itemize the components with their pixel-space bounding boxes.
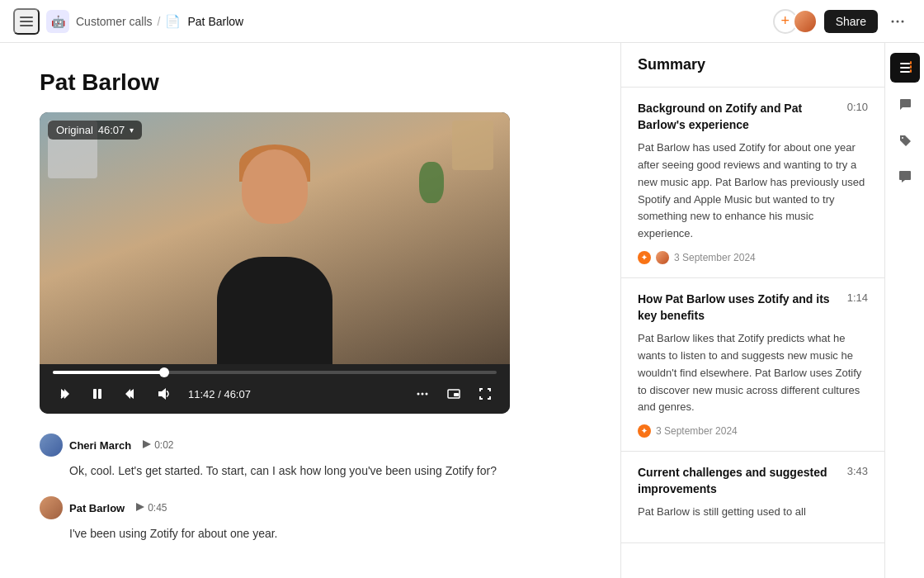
avatar-group: + [773, 9, 818, 34]
svg-rect-21 [910, 69, 912, 73]
right-controls [411, 382, 497, 405]
play-icon [136, 502, 144, 514]
summary-card[interactable]: Current challenges and suggested improve… [621, 452, 884, 543]
speaker-avatar [40, 496, 63, 519]
speaker-name: Pat Barlow [69, 502, 125, 514]
header: 🤖 Customer calls / 📄 Pat Barlow + Share [0, 0, 924, 43]
video-badge[interactable]: Original 46:07 ▾ [48, 121, 142, 140]
chevron-down-icon: ▾ [130, 126, 134, 135]
summary-card-date: 3 September 2024 [656, 425, 738, 437]
svg-point-11 [426, 393, 428, 396]
person-head [242, 149, 308, 224]
svg-point-9 [417, 393, 420, 396]
header-page-title: Pat Barlow [187, 15, 243, 28]
svg-point-5 [902, 20, 904, 22]
summary-card-body: Pat Barlow has used Zotify for about one… [638, 140, 868, 243]
sidebar-header-title: Summary [621, 43, 884, 88]
svg-rect-7 [93, 389, 97, 399]
svg-rect-16 [900, 63, 910, 64]
progress-bar[interactable] [53, 371, 497, 374]
svg-rect-17 [900, 67, 910, 69]
summary-card-time: 0:10 [847, 101, 868, 113]
list-view-button[interactable] [890, 53, 920, 83]
time-display: 11:42 / 46:07 [188, 388, 251, 400]
speaker-time-button[interactable]: 0:45 [131, 500, 172, 515]
summary-card-title: Current challenges and suggested improve… [638, 465, 841, 497]
transcript-entry: Pat Barlow0:45I've been using Zotify for… [40, 496, 581, 542]
ai-icon: ✦ [638, 424, 651, 438]
speaker-timestamp: 0:45 [148, 502, 167, 514]
chat-button[interactable] [890, 89, 920, 119]
svg-rect-13 [454, 393, 459, 396]
transcript-text: I've been using Zotify for about one yea… [40, 524, 581, 542]
summary-cards-list: Background on Zotify and Pat Barlow's ex… [621, 88, 884, 578]
summary-card-header: Current challenges and suggested improve… [638, 465, 868, 497]
svg-rect-1 [20, 21, 33, 22]
summary-card-body: Pat Barlow is still getting used to all [638, 504, 868, 521]
svg-point-4 [897, 20, 899, 22]
svg-rect-0 [20, 17, 33, 18]
volume-button[interactable] [152, 382, 175, 405]
room-art-right [452, 121, 493, 170]
svg-marker-15 [136, 503, 144, 511]
tag-button[interactable] [890, 126, 920, 155]
breadcrumb-workspace[interactable]: Customer calls [76, 15, 153, 28]
share-button[interactable]: Share [824, 10, 878, 33]
video-badge-label: Original [56, 124, 93, 136]
comment-button[interactable] [890, 162, 920, 192]
user-avatar [793, 9, 818, 34]
svg-rect-18 [900, 71, 910, 73]
svg-rect-19 [910, 61, 912, 64]
person-figure [192, 133, 357, 364]
pip-button[interactable] [442, 382, 465, 405]
speaker-timestamp: 0:02 [154, 439, 173, 451]
summary-card-title: How Pat Barlow uses Zotify and its key b… [638, 291, 841, 324]
menu-button[interactable] [13, 8, 40, 35]
speaker-time-button[interactable]: 0:02 [138, 438, 178, 452]
speaker-name: Cheri March [69, 439, 131, 452]
summary-card[interactable]: How Pat Barlow uses Zotify and its key b… [621, 278, 884, 452]
transcript-speaker-row: Pat Barlow0:45 [40, 496, 581, 519]
summary-card-time: 1:14 [847, 291, 868, 304]
progress-fill [53, 371, 164, 374]
current-time: 11:42 [188, 388, 215, 400]
transcript-entry: Cheri March0:02Ok, cool. Let's get start… [40, 434, 581, 480]
forward-button[interactable] [119, 382, 142, 405]
svg-marker-14 [143, 440, 151, 448]
summary-card-footer: ✦3 September 2024 [638, 424, 868, 438]
more-video-options-button[interactable] [411, 382, 434, 405]
video-player[interactable]: Original 46:07 ▾ 10 [40, 112, 510, 414]
pause-button[interactable] [86, 382, 109, 405]
svg-rect-20 [910, 65, 912, 69]
breadcrumb: Customer calls / 📄 Pat Barlow [76, 14, 243, 29]
total-time: 46:07 [224, 388, 251, 400]
more-options-button[interactable] [884, 8, 911, 35]
summary-sidebar: Summary Background on Zotify and Pat Bar… [620, 43, 884, 578]
page-title: Pat Barlow [40, 69, 581, 96]
person-body [217, 257, 332, 364]
doc-icon: 📄 [165, 14, 181, 29]
fullscreen-button[interactable] [474, 382, 497, 405]
summary-card-footer: ✦3 September 2024 [638, 251, 868, 264]
svg-point-10 [422, 393, 424, 396]
rewind-button[interactable]: 10 [53, 382, 76, 405]
summary-card[interactable]: Background on Zotify and Pat Barlow's ex… [621, 88, 884, 278]
speaker-avatar [40, 434, 63, 457]
video-controls: 10 [40, 364, 510, 414]
transcript-speaker-row: Cheri March0:02 [40, 434, 581, 457]
video-thumbnail: Original 46:07 ▾ [40, 112, 510, 364]
summary-card-header: Background on Zotify and Pat Barlow's ex… [638, 101, 868, 133]
summary-card-date: 3 September 2024 [674, 252, 756, 263]
svg-point-3 [892, 20, 894, 22]
summary-card-body: Pat Barlow likes that Zotify predicts wh… [638, 330, 868, 416]
progress-thumb [159, 367, 169, 377]
svg-rect-8 [98, 389, 101, 399]
summary-card-time: 3:43 [847, 465, 868, 477]
svg-text:10: 10 [60, 394, 66, 399]
workspace-icon: 🤖 [46, 10, 69, 33]
icon-bar [884, 43, 924, 578]
ai-icon: ✦ [638, 251, 651, 264]
footer-avatar [656, 251, 669, 264]
video-badge-duration: 46:07 [98, 124, 125, 136]
room-plant [419, 162, 444, 203]
